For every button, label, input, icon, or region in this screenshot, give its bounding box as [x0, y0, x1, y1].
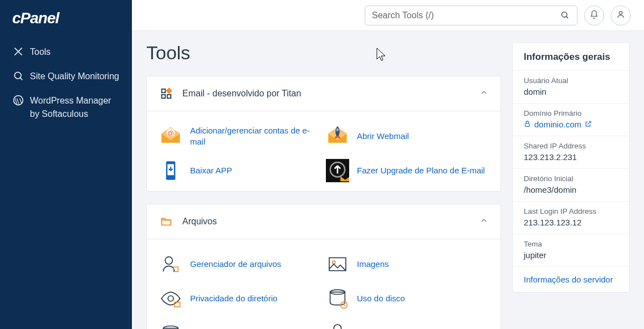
tool-web-disk[interactable]: Disco Web	[159, 316, 321, 329]
info-label: Usuário Atual	[524, 76, 618, 85]
info-label: Last Login IP Address	[524, 207, 618, 215]
info-row-user: Usuário Atual domin	[513, 71, 629, 104]
apps-icon	[159, 86, 173, 101]
info-row-domain: Domínio Primário dominio.com	[513, 104, 629, 136]
svg-rect-6	[167, 88, 172, 93]
tool-label: Adicionar/gerenciar contas de e-mail	[190, 125, 321, 148]
svg-point-25	[334, 325, 341, 329]
search-icon	[560, 11, 570, 20]
info-value-domain[interactable]: dominio.com	[524, 120, 618, 129]
chevron-up-icon	[479, 88, 488, 99]
panel-header-files[interactable]: Arquivos	[147, 204, 500, 239]
svg-point-11	[336, 128, 339, 131]
info-label: Domínio Primário	[524, 109, 618, 117]
mail-at-icon: @	[159, 125, 182, 148]
svg-rect-7	[162, 95, 165, 98]
sidebar-item-label: Tools	[30, 45, 50, 59]
search-input[interactable]	[372, 11, 560, 20]
sidebar: cPanel Tools Site Quality Monitoring	[0, 0, 132, 329]
phone-download-icon	[159, 159, 182, 182]
server-info-link[interactable]: Informações do servidor	[513, 267, 629, 292]
images-icon	[326, 253, 349, 276]
info-value: 213.123.123.12	[524, 218, 618, 227]
ftp-icon: FTP	[326, 321, 349, 329]
panel-header-email[interactable]: Email - desenvolvido por Titan	[147, 76, 500, 111]
tool-label: Baixar APP	[190, 165, 232, 176]
tool-label: Uso do disco	[357, 293, 405, 304]
panel-files: Arquivos	[146, 204, 501, 329]
panel-title: Arquivos	[182, 217, 479, 227]
info-value: /home3/domin	[524, 185, 618, 194]
mail-rocket-icon	[326, 125, 349, 148]
svg-rect-8	[167, 95, 171, 98]
page-title: Tools	[146, 42, 501, 64]
info-label: Diretório Inicial	[524, 174, 618, 183]
panel-email: Email - desenvolvido por Titan	[146, 76, 501, 192]
svg-text:cPanel: cPanel	[12, 11, 60, 27]
sidebar-item-label: WordPress Manager by Softaculous	[30, 94, 120, 121]
info-value: jupiter	[524, 250, 618, 260]
user-icon	[616, 10, 625, 21]
external-link-icon	[585, 120, 592, 129]
tool-ftp[interactable]: FTP Contas de FTP	[326, 316, 488, 329]
svg-rect-5	[162, 89, 165, 92]
svg-point-19	[333, 261, 335, 264]
topbar	[132, 0, 644, 31]
tool-label: Fazer Upgrade de Plano de E-mail	[357, 165, 485, 176]
brand-logo: cPanel	[0, 0, 132, 40]
svg-point-16	[165, 257, 172, 264]
svg-point-3	[562, 12, 567, 17]
search-box[interactable]	[365, 6, 577, 25]
tool-disk-usage[interactable]: Uso do disco	[326, 281, 488, 316]
tool-label: Abrir Webmail	[357, 131, 409, 142]
tool-download-app[interactable]: Baixar APP	[159, 153, 321, 188]
panel-title: Email - desenvolvido por Titan	[182, 89, 479, 99]
web-disk-icon	[159, 321, 182, 329]
privacy-icon	[159, 287, 182, 310]
tool-open-webmail[interactable]: Abrir Webmail	[326, 119, 488, 153]
tool-upgrade-email[interactable]: Fazer Upgrade de Plano de E-mail	[326, 153, 488, 188]
svg-point-4	[619, 11, 622, 14]
tool-label: Gerenciador de arquivos	[190, 259, 281, 270]
info-value: domin	[524, 87, 618, 96]
user-button[interactable]	[611, 6, 631, 25]
info-panel: Informações gerais Usuário Atual domin D…	[512, 42, 630, 292]
svg-point-1	[14, 72, 21, 79]
lock-icon	[524, 120, 531, 129]
notifications-button[interactable]	[584, 6, 604, 25]
info-row-lastlogin: Last Login IP Address 213.123.123.12	[513, 202, 629, 234]
disk-usage-icon	[326, 287, 349, 310]
info-row-home: Diretório Inicial /home3/domin	[513, 169, 629, 202]
info-label: Tema	[524, 240, 618, 248]
tool-directory-privacy[interactable]: Privacidade do diretório	[159, 281, 321, 316]
sidebar-item-wordpress[interactable]: WordPress Manager by Softaculous	[0, 89, 132, 126]
tool-label: Privacidade do diretório	[190, 293, 278, 304]
tool-label: Imagens	[357, 259, 389, 270]
file-manager-icon	[159, 253, 182, 276]
folder-icon	[159, 214, 173, 229]
tools-icon	[12, 45, 24, 58]
info-row-theme: Tema jupiter	[513, 234, 629, 267]
svg-rect-27	[525, 124, 530, 126]
tool-images[interactable]: Imagens	[326, 247, 488, 281]
bell-icon	[590, 10, 599, 21]
svg-point-20	[168, 296, 173, 301]
tool-file-manager[interactable]: Gerenciador de arquivos	[159, 247, 321, 281]
wordpress-icon	[12, 94, 24, 106]
tool-add-email[interactable]: @ Adicionar/gerenciar contas de e-mail	[159, 119, 321, 153]
svg-text:@: @	[167, 129, 173, 136]
monitor-icon	[12, 70, 24, 82]
sidebar-item-label: Site Quality Monitoring	[30, 70, 119, 83]
info-row-ip: Shared IP Address 123.213.2.231	[513, 136, 629, 169]
mail-upgrade-icon	[326, 159, 349, 182]
info-value: 123.213.2.231	[524, 152, 618, 162]
sidebar-item-site-quality[interactable]: Site Quality Monitoring	[0, 64, 132, 89]
chevron-up-icon	[479, 216, 488, 227]
sidebar-item-tools[interactable]: Tools	[0, 40, 132, 64]
info-label: Shared IP Address	[524, 142, 618, 150]
info-title: Informações gerais	[513, 43, 629, 71]
